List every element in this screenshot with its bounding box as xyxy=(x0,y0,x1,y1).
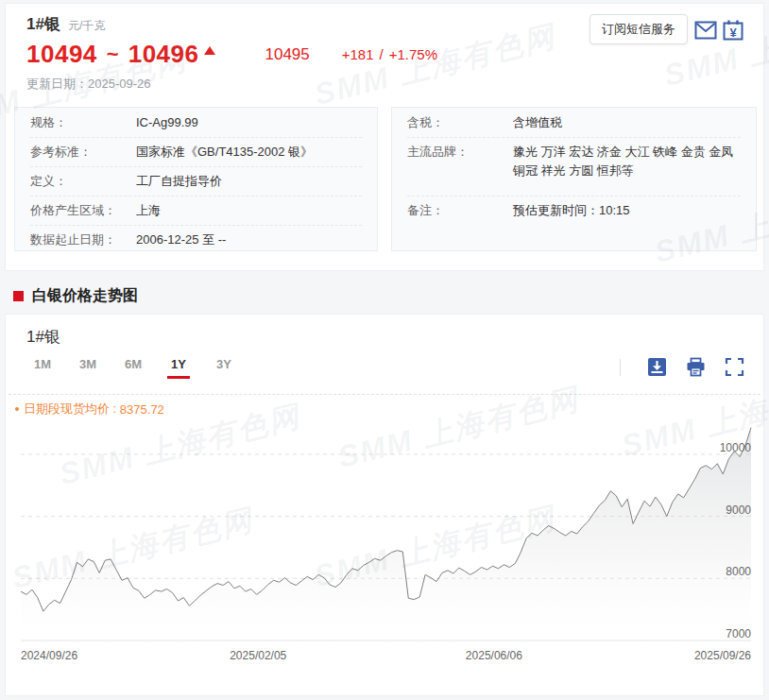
svg-text:¥: ¥ xyxy=(729,26,737,40)
info-label: 价格产生区域： xyxy=(30,201,136,220)
info-row: 定义： 工厂自提指导价 xyxy=(30,166,362,196)
info-label: 规格： xyxy=(30,113,136,132)
info-value: 工厂自提指导价 xyxy=(136,172,362,191)
section-title: 白银价格走势图 xyxy=(32,286,138,306)
info-value: 2006-12-25 至 -- xyxy=(136,230,362,249)
info-row: 主流品牌： 豫光 万洋 宏达 济金 大江 铁峰 金贵 金凤 铜冠 祥光 方圆 恒… xyxy=(407,137,741,196)
chart-title: 1#银 xyxy=(26,326,60,348)
price-range-separator: ~ xyxy=(107,43,119,67)
x-axis-label: 2024/09/26 xyxy=(21,649,77,662)
info-label: 主流品牌： xyxy=(407,143,513,180)
product-header: 1#银 元/千克 xyxy=(26,13,105,35)
info-value: 预估更新时间：10:15 xyxy=(513,201,741,220)
tab-3y[interactable]: 3Y xyxy=(208,357,240,379)
info-value: IC-Ag99.99 xyxy=(136,113,362,132)
y-axis-label: 10000 xyxy=(720,441,752,454)
update-date-row: 更新日期：2025-09-26 xyxy=(26,76,151,93)
info-label: 参考标准： xyxy=(30,143,136,162)
range-tabs: 1M 3M 6M 1Y 3Y xyxy=(26,357,253,379)
info-value: 豫光 万洋 宏达 济金 大江 铁峰 金贵 金凤 铜冠 祥光 方圆 恒邦等 xyxy=(513,143,741,180)
spec-info-panel: 规格： IC-Ag99.99 参考标准： 国家标准《GB/T4135-2002 … xyxy=(14,107,378,251)
price-summary-card: 1#银 元/千克 10494 ~ 10496 10495 +181/+1.75%… xyxy=(5,3,764,271)
info-label: 备注： xyxy=(407,201,513,220)
info-label: 含税： xyxy=(407,113,513,132)
info-row: 参考标准： 国家标准《GB/T4135-2002 银》 xyxy=(30,137,362,166)
change-separator: / xyxy=(380,46,384,62)
price-high: 10496 xyxy=(128,40,199,69)
section-bullet-icon xyxy=(13,291,24,301)
chart-area-fill xyxy=(21,428,751,640)
y-axis-label: 7000 xyxy=(726,627,751,640)
y-axis-label: 9000 xyxy=(726,504,751,517)
period-average-label: 日期段现货均价 : xyxy=(24,401,116,418)
fullscreen-icon[interactable] xyxy=(725,357,744,377)
price-average: 10495 xyxy=(265,45,309,64)
print-icon[interactable] xyxy=(686,357,706,377)
tax-brand-info-panel: 含税： 含增值税 主流品牌： 豫光 万洋 宏达 济金 大江 铁峰 金贵 金凤 铜… xyxy=(391,107,757,251)
price-unit: 元/千克 xyxy=(68,18,105,34)
x-axis-label: 2025/09/26 xyxy=(694,649,751,662)
update-date-label: 更新日期： xyxy=(26,77,88,91)
change-value: +181 xyxy=(342,46,374,62)
info-row: 含税： 含增值税 xyxy=(407,109,741,137)
price-low: 10494 xyxy=(26,40,97,69)
chart-toolbar xyxy=(620,357,750,377)
x-axis-label: 2025/02/05 xyxy=(230,649,286,662)
divider xyxy=(9,394,760,395)
period-average-value: 8375.72 xyxy=(120,402,164,417)
subscribe-sms-button[interactable]: 订阅短信服务 xyxy=(590,14,688,44)
bullet-icon xyxy=(15,407,19,411)
info-row: 数据起止日期： 2006-12-25 至 -- xyxy=(30,225,362,254)
tab-3m[interactable]: 3M xyxy=(72,357,104,379)
mail-icon[interactable] xyxy=(694,19,717,42)
price-line-chart[interactable]: 700080009000100002024/09/262025/02/05202… xyxy=(7,421,764,674)
price-row: 10494 ~ 10496 10495 +181/+1.75% xyxy=(26,40,437,69)
info-value: 含增值税 xyxy=(513,113,741,132)
save-image-icon[interactable] xyxy=(647,357,667,377)
x-axis-label: 2025/06/06 xyxy=(466,649,522,662)
price-change: +181/+1.75% xyxy=(342,46,437,62)
change-percent: +1.75% xyxy=(389,46,437,62)
toolbar-divider xyxy=(620,359,621,376)
section-header: 白银价格走势图 xyxy=(13,286,138,306)
info-row: 价格产生区域： 上海 xyxy=(30,196,362,225)
info-row: 规格： IC-Ag99.99 xyxy=(30,109,362,137)
product-name: 1#银 xyxy=(26,13,60,35)
y-axis-label: 8000 xyxy=(726,565,751,578)
info-label: 数据起止日期： xyxy=(30,230,136,249)
info-row: 备注： 预估更新时间：10:15 xyxy=(407,196,741,225)
tab-1m[interactable]: 1M xyxy=(26,357,59,379)
info-value: 上海 xyxy=(136,201,362,220)
update-date-value: 2025-09-26 xyxy=(88,77,151,91)
price-up-arrow-icon xyxy=(204,46,215,55)
price-trend-chart-card: 1#银 1M 3M 6M 1Y 3Y 日期段现 xyxy=(5,314,764,696)
price-calendar-icon[interactable]: ¥ xyxy=(722,19,744,42)
info-label: 定义： xyxy=(30,172,136,191)
period-average-price: 日期段现货均价 : 8375.72 xyxy=(15,401,164,418)
tab-1y[interactable]: 1Y xyxy=(162,357,195,379)
tab-6m[interactable]: 6M xyxy=(117,357,149,379)
info-value: 国家标准《GB/T4135-2002 银》 xyxy=(136,143,362,162)
